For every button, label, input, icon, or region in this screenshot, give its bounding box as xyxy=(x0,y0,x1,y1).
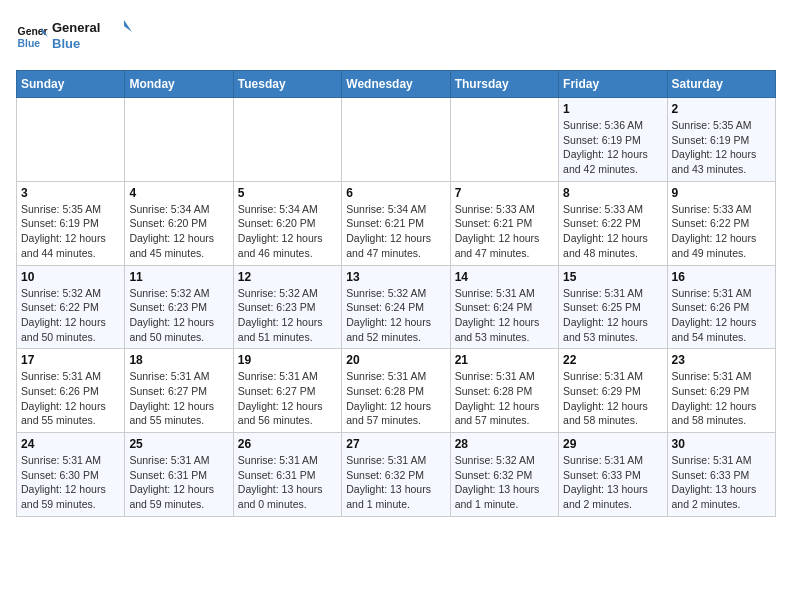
calendar-cell xyxy=(342,98,450,182)
day-info: Sunrise: 5:31 AMSunset: 6:28 PMDaylight:… xyxy=(455,369,554,428)
weekday-header-tuesday: Tuesday xyxy=(233,71,341,98)
weekday-header-monday: Monday xyxy=(125,71,233,98)
svg-text:General: General xyxy=(52,20,100,35)
day-info: Sunrise: 5:31 AMSunset: 6:33 PMDaylight:… xyxy=(563,453,662,512)
page-header: General Blue General Blue xyxy=(16,16,776,58)
week-row-2: 3Sunrise: 5:35 AMSunset: 6:19 PMDaylight… xyxy=(17,181,776,265)
svg-text:Blue: Blue xyxy=(18,38,41,49)
logo-icon: General Blue xyxy=(16,21,48,53)
calendar-cell: 27Sunrise: 5:31 AMSunset: 6:32 PMDayligh… xyxy=(342,433,450,517)
day-number: 4 xyxy=(129,186,228,200)
day-info: Sunrise: 5:31 AMSunset: 6:31 PMDaylight:… xyxy=(238,453,337,512)
day-info: Sunrise: 5:31 AMSunset: 6:24 PMDaylight:… xyxy=(455,286,554,345)
day-info: Sunrise: 5:31 AMSunset: 6:32 PMDaylight:… xyxy=(346,453,445,512)
day-number: 21 xyxy=(455,353,554,367)
day-info: Sunrise: 5:35 AMSunset: 6:19 PMDaylight:… xyxy=(672,118,771,177)
day-number: 11 xyxy=(129,270,228,284)
calendar-cell: 10Sunrise: 5:32 AMSunset: 6:22 PMDayligh… xyxy=(17,265,125,349)
day-number: 20 xyxy=(346,353,445,367)
calendar-cell: 14Sunrise: 5:31 AMSunset: 6:24 PMDayligh… xyxy=(450,265,558,349)
calendar-cell: 6Sunrise: 5:34 AMSunset: 6:21 PMDaylight… xyxy=(342,181,450,265)
day-info: Sunrise: 5:34 AMSunset: 6:21 PMDaylight:… xyxy=(346,202,445,261)
day-number: 18 xyxy=(129,353,228,367)
day-number: 15 xyxy=(563,270,662,284)
day-info: Sunrise: 5:31 AMSunset: 6:31 PMDaylight:… xyxy=(129,453,228,512)
day-info: Sunrise: 5:33 AMSunset: 6:22 PMDaylight:… xyxy=(672,202,771,261)
day-number: 17 xyxy=(21,353,120,367)
day-info: Sunrise: 5:31 AMSunset: 6:29 PMDaylight:… xyxy=(672,369,771,428)
calendar-cell: 17Sunrise: 5:31 AMSunset: 6:26 PMDayligh… xyxy=(17,349,125,433)
day-info: Sunrise: 5:31 AMSunset: 6:27 PMDaylight:… xyxy=(129,369,228,428)
calendar-cell: 26Sunrise: 5:31 AMSunset: 6:31 PMDayligh… xyxy=(233,433,341,517)
day-number: 19 xyxy=(238,353,337,367)
calendar-cell: 9Sunrise: 5:33 AMSunset: 6:22 PMDaylight… xyxy=(667,181,775,265)
day-info: Sunrise: 5:35 AMSunset: 6:19 PMDaylight:… xyxy=(21,202,120,261)
day-info: Sunrise: 5:32 AMSunset: 6:22 PMDaylight:… xyxy=(21,286,120,345)
weekday-header-thursday: Thursday xyxy=(450,71,558,98)
day-info: Sunrise: 5:31 AMSunset: 6:30 PMDaylight:… xyxy=(21,453,120,512)
weekday-header-wednesday: Wednesday xyxy=(342,71,450,98)
day-info: Sunrise: 5:32 AMSunset: 6:23 PMDaylight:… xyxy=(129,286,228,345)
calendar-cell: 24Sunrise: 5:31 AMSunset: 6:30 PMDayligh… xyxy=(17,433,125,517)
calendar-cell: 19Sunrise: 5:31 AMSunset: 6:27 PMDayligh… xyxy=(233,349,341,433)
calendar-cell: 21Sunrise: 5:31 AMSunset: 6:28 PMDayligh… xyxy=(450,349,558,433)
weekday-header-row: SundayMondayTuesdayWednesdayThursdayFrid… xyxy=(17,71,776,98)
calendar-cell xyxy=(233,98,341,182)
calendar-cell: 23Sunrise: 5:31 AMSunset: 6:29 PMDayligh… xyxy=(667,349,775,433)
calendar-cell: 8Sunrise: 5:33 AMSunset: 6:22 PMDaylight… xyxy=(559,181,667,265)
calendar-cell: 1Sunrise: 5:36 AMSunset: 6:19 PMDaylight… xyxy=(559,98,667,182)
calendar-cell: 13Sunrise: 5:32 AMSunset: 6:24 PMDayligh… xyxy=(342,265,450,349)
weekday-header-friday: Friday xyxy=(559,71,667,98)
day-info: Sunrise: 5:32 AMSunset: 6:24 PMDaylight:… xyxy=(346,286,445,345)
calendar-cell: 22Sunrise: 5:31 AMSunset: 6:29 PMDayligh… xyxy=(559,349,667,433)
day-number: 8 xyxy=(563,186,662,200)
calendar-cell: 20Sunrise: 5:31 AMSunset: 6:28 PMDayligh… xyxy=(342,349,450,433)
weekday-header-saturday: Saturday xyxy=(667,71,775,98)
day-number: 9 xyxy=(672,186,771,200)
logo: General Blue General Blue xyxy=(16,16,132,58)
day-info: Sunrise: 5:34 AMSunset: 6:20 PMDaylight:… xyxy=(238,202,337,261)
calendar-cell: 12Sunrise: 5:32 AMSunset: 6:23 PMDayligh… xyxy=(233,265,341,349)
day-info: Sunrise: 5:34 AMSunset: 6:20 PMDaylight:… xyxy=(129,202,228,261)
day-number: 25 xyxy=(129,437,228,451)
day-info: Sunrise: 5:31 AMSunset: 6:26 PMDaylight:… xyxy=(21,369,120,428)
calendar-cell: 29Sunrise: 5:31 AMSunset: 6:33 PMDayligh… xyxy=(559,433,667,517)
calendar-cell: 15Sunrise: 5:31 AMSunset: 6:25 PMDayligh… xyxy=(559,265,667,349)
day-number: 13 xyxy=(346,270,445,284)
day-info: Sunrise: 5:31 AMSunset: 6:25 PMDaylight:… xyxy=(563,286,662,345)
calendar-cell: 7Sunrise: 5:33 AMSunset: 6:21 PMDaylight… xyxy=(450,181,558,265)
calendar-cell: 16Sunrise: 5:31 AMSunset: 6:26 PMDayligh… xyxy=(667,265,775,349)
day-number: 22 xyxy=(563,353,662,367)
day-number: 10 xyxy=(21,270,120,284)
weekday-header-sunday: Sunday xyxy=(17,71,125,98)
day-number: 30 xyxy=(672,437,771,451)
week-row-3: 10Sunrise: 5:32 AMSunset: 6:22 PMDayligh… xyxy=(17,265,776,349)
week-row-4: 17Sunrise: 5:31 AMSunset: 6:26 PMDayligh… xyxy=(17,349,776,433)
week-row-1: 1Sunrise: 5:36 AMSunset: 6:19 PMDaylight… xyxy=(17,98,776,182)
calendar-cell: 28Sunrise: 5:32 AMSunset: 6:32 PMDayligh… xyxy=(450,433,558,517)
svg-text:Blue: Blue xyxy=(52,36,80,51)
day-info: Sunrise: 5:31 AMSunset: 6:29 PMDaylight:… xyxy=(563,369,662,428)
day-info: Sunrise: 5:32 AMSunset: 6:32 PMDaylight:… xyxy=(455,453,554,512)
day-number: 6 xyxy=(346,186,445,200)
day-info: Sunrise: 5:31 AMSunset: 6:28 PMDaylight:… xyxy=(346,369,445,428)
day-number: 12 xyxy=(238,270,337,284)
day-number: 14 xyxy=(455,270,554,284)
day-number: 26 xyxy=(238,437,337,451)
calendar-cell: 3Sunrise: 5:35 AMSunset: 6:19 PMDaylight… xyxy=(17,181,125,265)
day-info: Sunrise: 5:31 AMSunset: 6:27 PMDaylight:… xyxy=(238,369,337,428)
calendar-cell: 5Sunrise: 5:34 AMSunset: 6:20 PMDaylight… xyxy=(233,181,341,265)
day-info: Sunrise: 5:33 AMSunset: 6:22 PMDaylight:… xyxy=(563,202,662,261)
calendar-cell: 30Sunrise: 5:31 AMSunset: 6:33 PMDayligh… xyxy=(667,433,775,517)
day-info: Sunrise: 5:32 AMSunset: 6:23 PMDaylight:… xyxy=(238,286,337,345)
day-number: 16 xyxy=(672,270,771,284)
day-number: 29 xyxy=(563,437,662,451)
calendar-cell: 2Sunrise: 5:35 AMSunset: 6:19 PMDaylight… xyxy=(667,98,775,182)
calendar-cell: 4Sunrise: 5:34 AMSunset: 6:20 PMDaylight… xyxy=(125,181,233,265)
day-number: 28 xyxy=(455,437,554,451)
day-number: 24 xyxy=(21,437,120,451)
calendar-cell xyxy=(17,98,125,182)
calendar-cell: 11Sunrise: 5:32 AMSunset: 6:23 PMDayligh… xyxy=(125,265,233,349)
day-number: 23 xyxy=(672,353,771,367)
day-number: 7 xyxy=(455,186,554,200)
